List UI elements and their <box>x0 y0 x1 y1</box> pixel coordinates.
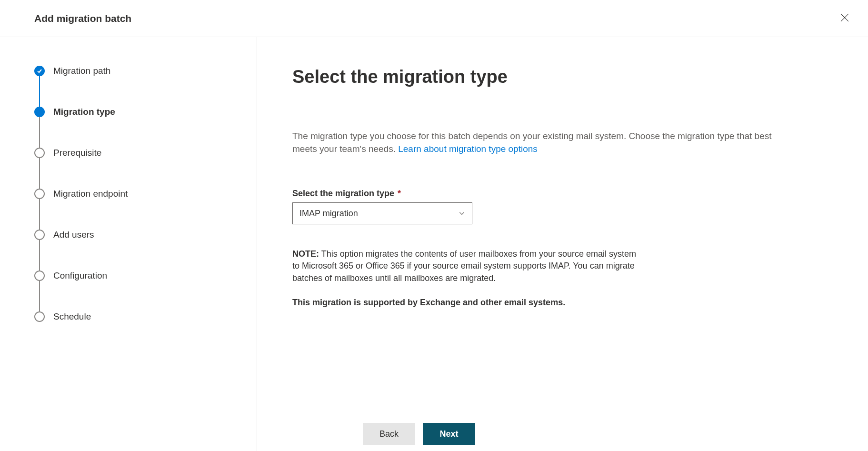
close-icon <box>840 13 849 22</box>
note-label: NOTE: <box>292 249 319 259</box>
step-prerequisite[interactable]: Prerequisite <box>34 148 238 189</box>
step-label: Migration endpoint <box>53 189 128 199</box>
supported-text: This migration is supported by Exchange … <box>292 297 645 309</box>
upcoming-step-icon <box>34 148 45 158</box>
step-connector <box>39 117 40 148</box>
upcoming-step-icon <box>34 189 45 199</box>
migration-type-dropdown[interactable]: IMAP migration <box>292 202 472 224</box>
upcoming-step-icon <box>34 271 45 281</box>
note-body: This option migrates the contents of use… <box>292 249 636 282</box>
note-block: NOTE: This option migrates the contents … <box>292 248 645 309</box>
step-label: Migration path <box>53 66 110 76</box>
wizard-header: Add migration batch <box>0 0 868 37</box>
page-title: Select the migration type <box>292 67 830 87</box>
step-connector <box>39 76 40 107</box>
step-connector <box>39 158 40 189</box>
intro-text: The migration type you choose for this b… <box>292 130 792 155</box>
required-indicator: * <box>395 189 401 198</box>
step-label: Schedule <box>53 311 91 322</box>
main-content: Select the migration type The migration … <box>257 37 868 413</box>
upcoming-step-icon <box>34 230 45 240</box>
chevron-down-icon <box>459 210 465 217</box>
wizard-body: Migration path Migration type Prerequisi… <box>0 37 868 451</box>
next-button[interactable]: Next <box>423 423 475 445</box>
close-button[interactable] <box>837 10 853 27</box>
step-connector <box>39 199 40 230</box>
step-connector <box>39 281 40 311</box>
migration-type-label: Select the migration type * <box>292 189 830 199</box>
step-migration-type[interactable]: Migration type <box>34 107 238 148</box>
dropdown-selected-value: IMAP migration <box>299 209 358 219</box>
step-configuration[interactable]: Configuration <box>34 271 238 311</box>
check-icon <box>34 66 45 76</box>
step-migration-endpoint[interactable]: Migration endpoint <box>34 189 238 230</box>
step-connector <box>39 240 40 271</box>
step-label: Add users <box>53 230 94 240</box>
field-label-text: Select the migration type <box>292 189 394 198</box>
upcoming-step-icon <box>34 311 45 322</box>
step-label: Configuration <box>53 271 107 281</box>
header-title: Add migration batch <box>34 13 131 24</box>
current-step-icon <box>34 107 45 117</box>
wizard-steps-sidebar: Migration path Migration type Prerequisi… <box>0 37 257 451</box>
step-list: Migration path Migration type Prerequisi… <box>34 66 238 322</box>
footer-actions: Back Next <box>257 413 868 451</box>
step-migration-path[interactable]: Migration path <box>34 66 238 107</box>
main-area: Select the migration type The migration … <box>257 37 868 451</box>
step-add-users[interactable]: Add users <box>34 230 238 271</box>
step-schedule[interactable]: Schedule <box>34 311 238 322</box>
learn-more-link[interactable]: Learn about migration type options <box>398 144 538 154</box>
step-label: Migration type <box>53 107 115 117</box>
step-label: Prerequisite <box>53 148 101 158</box>
back-button[interactable]: Back <box>363 423 415 445</box>
